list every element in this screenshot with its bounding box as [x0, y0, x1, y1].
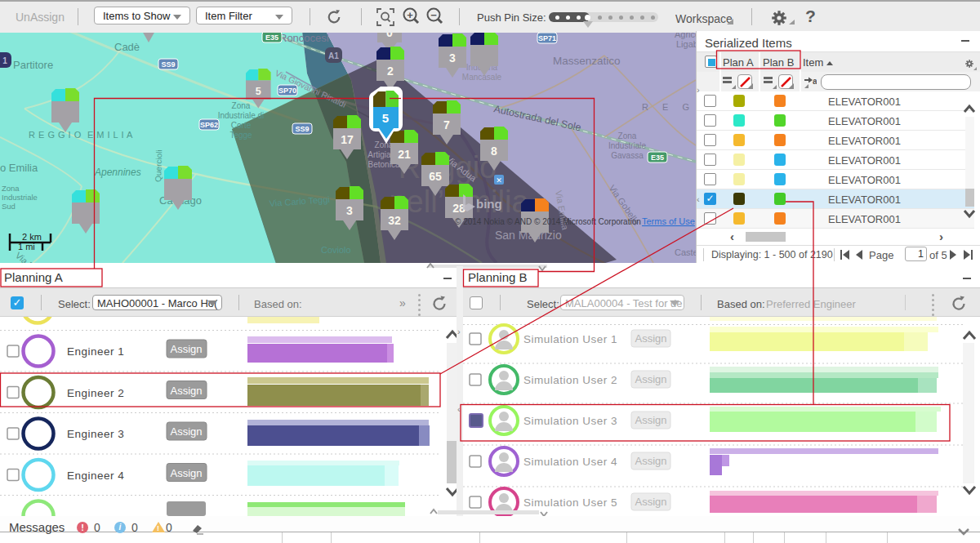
svg-text:2 km: 2 km: [22, 232, 42, 242]
svg-text:R E G G I O E M I L I A: R E G G I O E M I L I A: [29, 130, 133, 140]
svg-text:Corte: Corte: [231, 121, 252, 130]
svg-text:Engineer 4: Engineer 4: [67, 470, 124, 482]
svg-text:Simulation User 2: Simulation User 2: [523, 374, 617, 386]
svg-text:8: 8: [491, 145, 497, 158]
svg-text:Simulation User 4: Simulation User 4: [523, 456, 617, 468]
svg-text:Mancasale: Mancasale: [462, 73, 502, 82]
svg-text:Assign: Assign: [635, 373, 666, 385]
svg-text:5: 5: [382, 111, 389, 125]
svg-text:bing: bing: [476, 197, 502, 211]
svg-text:SP70: SP70: [278, 87, 296, 95]
svg-text:SP71: SP71: [538, 34, 556, 42]
svg-text:Coviolo: Coviolo: [321, 245, 351, 255]
svg-text:32: 32: [388, 214, 401, 227]
svg-text:Assign: Assign: [170, 425, 202, 438]
svg-text:SS9: SS9: [295, 125, 309, 133]
svg-text:−: −: [430, 9, 437, 21]
svg-text:Massenzatico: Massenzatico: [553, 55, 621, 67]
svg-text:Simulation User 3: Simulation User 3: [523, 415, 617, 427]
svg-text:Engineer 1: Engineer 1: [67, 345, 124, 358]
svg-text:Assign: Assign: [170, 343, 202, 355]
svg-text:Ligab: Ligab: [676, 39, 696, 49]
svg-text:5: 5: [256, 86, 261, 97]
svg-text:65: 65: [429, 170, 442, 183]
svg-text:1 mi: 1 mi: [18, 242, 35, 251]
svg-text:Assign: Assign: [635, 496, 666, 508]
svg-text:Industriale di: Industriale di: [218, 111, 265, 120]
svg-text:7: 7: [443, 118, 450, 131]
svg-text:Quercioli: Quercioli: [154, 149, 163, 182]
svg-text:Cadè: Cadè: [114, 41, 140, 53]
svg-text:Gavassa: Gavassa: [611, 151, 644, 160]
svg-text:Industriale: Industriale: [2, 193, 38, 202]
svg-text:3: 3: [449, 51, 456, 65]
svg-text:SS9: SS9: [161, 60, 175, 69]
svg-text:17: 17: [341, 133, 354, 146]
svg-text:Apennines: Apennines: [94, 167, 141, 178]
svg-text:Engineer 3: Engineer 3: [67, 428, 124, 440]
svg-text:Roncocesi: Roncocesi: [279, 32, 329, 44]
svg-text:R E G G: R E G G: [642, 102, 696, 112]
svg-text:Partitore: Partitore: [13, 59, 53, 71]
svg-text:o Emilia: o Emilia: [0, 162, 38, 174]
svg-text:Terms of Use: Terms of Use: [642, 216, 695, 226]
svg-text:Assign: Assign: [635, 332, 666, 345]
svg-text:Assign: Assign: [635, 455, 666, 467]
svg-text:Simulation User 1: Simulation User 1: [523, 333, 617, 345]
svg-text:Castellaz: Castellaz: [675, 247, 696, 257]
svg-text:Assign: Assign: [635, 414, 666, 426]
svg-text:Engineer 2: Engineer 2: [67, 387, 124, 399]
svg-text:Assign: Assign: [170, 467, 202, 479]
svg-text:Sud: Sud: [2, 202, 16, 211]
svg-text:© 2014 Nokia © AND © 2014 Micr: © 2014 Nokia © AND © 2014 Microsoft Corp…: [455, 217, 641, 226]
svg-text:a: a: [813, 77, 817, 86]
svg-text:1: 1: [2, 56, 7, 65]
svg-text:✕: ✕: [496, 176, 502, 185]
svg-text:Simulation User 5: Simulation User 5: [523, 496, 617, 509]
svg-text:Zona: Zona: [618, 131, 637, 140]
svg-text:3: 3: [346, 204, 353, 217]
svg-text:Zona: Zona: [2, 184, 20, 193]
svg-text:E35: E35: [651, 154, 664, 162]
svg-text:2: 2: [387, 65, 394, 78]
svg-text:Industriale: Industriale: [608, 141, 647, 150]
svg-text:Tegge: Tegge: [229, 131, 252, 140]
svg-text:E35: E35: [265, 33, 278, 42]
svg-text:+: +: [407, 9, 413, 21]
svg-text:A1: A1: [328, 51, 339, 60]
svg-text:Zona: Zona: [232, 101, 251, 110]
svg-text:Assign: Assign: [170, 385, 202, 397]
svg-text:SP62: SP62: [200, 121, 218, 129]
svg-text:21: 21: [398, 148, 411, 161]
